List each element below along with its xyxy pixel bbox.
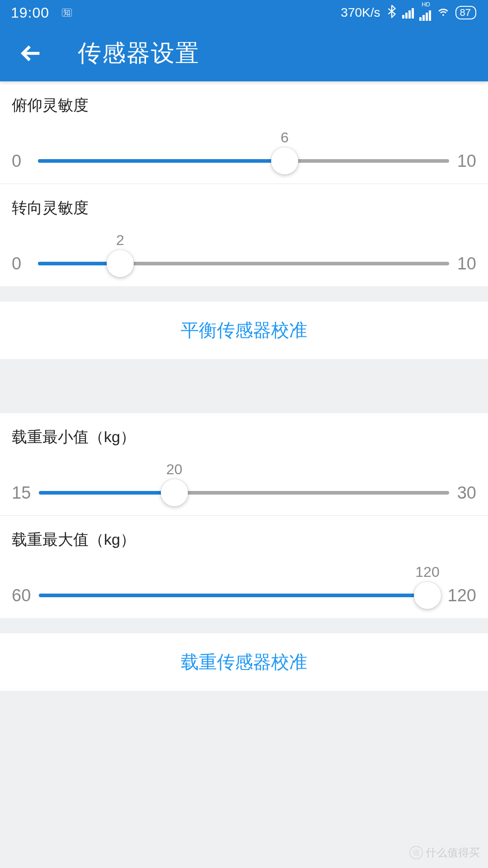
load-section: 载重最小值（kg） 15 20 30 载重最大值（kg） 60 120 120 (0, 413, 488, 618)
load-max-value: 120 (415, 564, 439, 580)
pitch-label: 俯仰灵敏度 (12, 95, 476, 116)
signal-icon-2 (419, 9, 431, 21)
sensitivity-section: 俯仰灵敏度 0 6 10 转向灵敏度 0 2 10 (0, 81, 488, 286)
pitch-slider[interactable]: 6 (38, 147, 449, 175)
turn-label: 转向灵敏度 (12, 198, 476, 218)
load-calibration-button[interactable]: 载重传感器校准 (0, 633, 488, 691)
balance-calibration-button[interactable]: 平衡传感器校准 (0, 302, 488, 359)
turn-min: 0 (12, 254, 30, 274)
load-max-label: 载重最大值（kg） (12, 529, 476, 550)
back-button[interactable] (20, 42, 43, 65)
turn-thumb[interactable] (107, 250, 134, 277)
pitch-max: 10 (457, 151, 476, 171)
watermark-badge: 值 (409, 846, 423, 859)
turn-value: 2 (116, 232, 124, 249)
pitch-value: 6 (281, 129, 289, 146)
load-min-thumb[interactable] (161, 479, 188, 506)
app-bar: 传感器设置 (0, 25, 488, 81)
load-max-thumb[interactable] (414, 582, 441, 609)
load-min-min: 15 (12, 483, 31, 503)
load-max-slider[interactable]: 120 (39, 582, 439, 609)
page-title: 传感器设置 (78, 38, 200, 69)
turn-slider[interactable]: 2 (38, 250, 449, 277)
bluetooth-icon (387, 5, 397, 21)
pitch-sensitivity-row: 俯仰灵敏度 0 6 10 (0, 81, 488, 184)
battery-indicator: 87 (455, 6, 476, 19)
load-min-row: 载重最小值（kg） 15 20 30 (0, 413, 488, 516)
load-max-max: 120 (448, 586, 476, 605)
pitch-thumb[interactable] (271, 147, 298, 175)
pitch-min: 0 (12, 151, 30, 171)
signal-icon (402, 7, 414, 19)
status-bar: 19:00 知 370K/s HD 87 (0, 0, 488, 25)
load-max-min: 60 (12, 586, 31, 605)
network-speed: 370K/s (341, 5, 380, 20)
notification-badge: 知 (62, 9, 72, 17)
load-max-row: 载重最大值（kg） 60 120 120 (0, 516, 488, 618)
load-min-slider[interactable]: 20 (39, 479, 449, 506)
status-time: 19:00 (11, 5, 49, 21)
hd-badge: HD (422, 1, 430, 7)
turn-sensitivity-row: 转向灵敏度 0 2 10 (0, 184, 488, 286)
wifi-icon (436, 5, 450, 21)
watermark-text: 什么值得买 (426, 845, 480, 860)
turn-max: 10 (457, 254, 476, 274)
load-min-label: 载重最小值（kg） (12, 427, 476, 448)
load-min-max: 30 (457, 483, 476, 503)
watermark: 值 什么值得买 (409, 845, 480, 860)
load-min-value: 20 (166, 461, 183, 478)
